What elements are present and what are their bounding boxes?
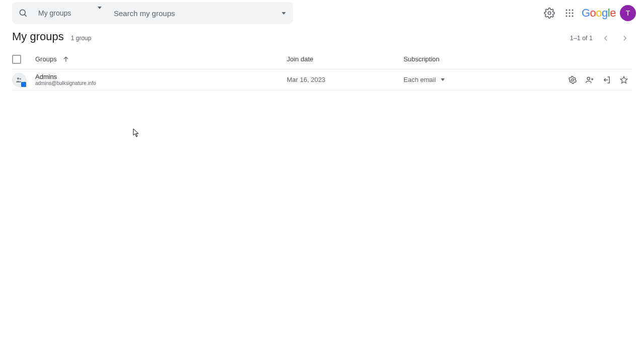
select-all-checkbox[interactable] (12, 55, 21, 64)
svg-point-5 (572, 9, 573, 11)
people-icon (15, 76, 23, 84)
svg-point-3 (566, 9, 567, 11)
page-title: My groups (12, 30, 64, 43)
svg-point-10 (569, 15, 570, 17)
chevron-left-icon (601, 34, 610, 43)
join-date-cell: Mar 16, 2023 (287, 76, 404, 83)
svg-marker-20 (620, 76, 627, 83)
gear-icon (544, 8, 555, 19)
table-header: Groups Join date Subscription (12, 49, 632, 69)
search-scope-dropdown[interactable]: My groups (34, 2, 110, 24)
subscription-value: Each email (404, 76, 436, 83)
column-subscription[interactable]: Subscription (404, 55, 534, 63)
pagination-text: 1–1 of 1 (570, 35, 593, 42)
svg-point-0 (20, 10, 25, 15)
svg-point-14 (20, 78, 21, 79)
svg-point-6 (566, 12, 567, 14)
column-join-date[interactable]: Join date (287, 55, 404, 63)
row-actions (534, 72, 632, 88)
sort-asc-icon[interactable] (62, 55, 70, 63)
svg-point-4 (569, 9, 570, 11)
groups-table: Groups Join date Subscription Admins adm… (0, 49, 644, 90)
svg-point-16 (587, 77, 590, 79)
search-icon[interactable] (12, 8, 34, 18)
star-button[interactable] (616, 72, 632, 88)
svg-line-1 (25, 15, 27, 17)
settings-button[interactable] (539, 3, 559, 23)
group-name: Admins (35, 73, 96, 80)
account-avatar[interactable]: T (620, 5, 636, 21)
pagination: 1–1 of 1 (570, 29, 634, 47)
gear-icon (568, 75, 577, 84)
dropdown-icon (441, 78, 445, 81)
svg-point-11 (572, 15, 573, 17)
next-page-button[interactable] (616, 29, 634, 47)
top-bar: My groups Google T (0, 0, 644, 26)
group-settings-button[interactable] (565, 72, 581, 88)
svg-point-9 (566, 15, 567, 17)
svg-point-7 (569, 12, 570, 14)
svg-point-15 (572, 78, 574, 81)
person-add-icon (585, 75, 594, 84)
group-avatar (12, 73, 26, 87)
leave-group-button[interactable] (599, 72, 615, 88)
apps-grid-icon (565, 9, 574, 18)
mouse-cursor (133, 128, 140, 137)
search-scope-label: My groups (38, 9, 71, 17)
svg-point-13 (17, 77, 19, 79)
search-input[interactable] (110, 9, 275, 18)
table-row[interactable]: Admins admins@bulksignature.info Mar 16,… (12, 69, 632, 90)
advanced-search-dropdown[interactable] (275, 12, 293, 15)
google-logo: Google (582, 7, 616, 20)
subscription-dropdown[interactable]: Each email (404, 76, 534, 83)
svg-point-8 (572, 12, 573, 14)
search-container: My groups (12, 2, 293, 24)
title-row: My groups 1 group 1–1 of 1 (0, 26, 644, 49)
exit-icon (602, 75, 611, 84)
apps-button[interactable] (559, 3, 580, 23)
group-email: admins@bulksignature.info (35, 80, 96, 86)
dropdown-icon (98, 9, 106, 17)
prev-page-button[interactable] (597, 29, 615, 47)
column-groups[interactable]: Groups (35, 55, 57, 63)
add-member-button[interactable] (582, 72, 598, 88)
chevron-right-icon (620, 34, 629, 43)
svg-point-2 (548, 12, 551, 15)
group-count: 1 group (71, 35, 92, 42)
star-icon (619, 75, 628, 84)
